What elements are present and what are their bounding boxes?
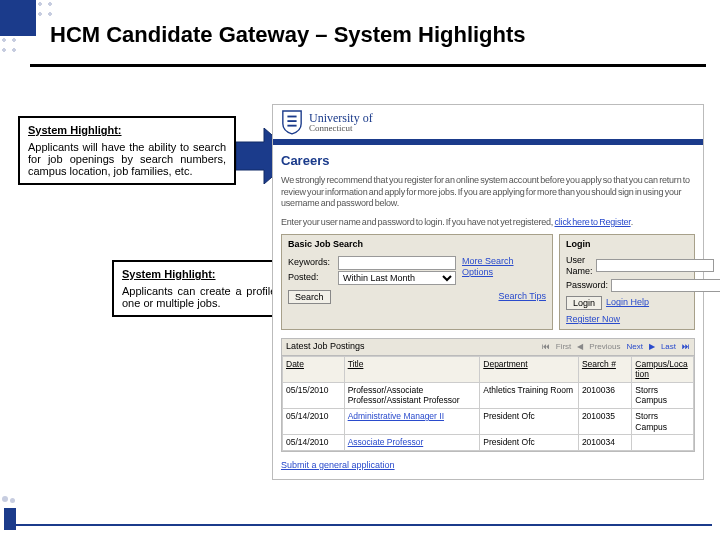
brand-bar: University of Connecticut <box>273 105 703 139</box>
brand-blue-bar <box>273 139 703 145</box>
password-label: Password: <box>566 280 608 291</box>
pager-last[interactable]: Last <box>661 342 676 352</box>
login-panel-title: Login <box>566 239 688 250</box>
cell-search: 2010036 <box>578 382 631 408</box>
careers-heading: Careers <box>273 149 703 173</box>
table-row: 05/15/2010Professor/Associate Professor/… <box>283 382 694 408</box>
password-input[interactable] <box>611 279 720 292</box>
more-options-link[interactable]: More Search Options <box>462 256 546 279</box>
slide-title: HCM Candidate Gateway – System Highlight… <box>50 22 526 48</box>
table-row: 05/14/2010Associate ProfessorPresident O… <box>283 435 694 451</box>
basic-job-search-panel: Basic Job Search Keywords: Posted: Withi… <box>281 234 553 330</box>
login-panel: Login User Name: Password: Login Login H… <box>559 234 695 330</box>
pager-next-icon[interactable]: ▶ <box>649 342 655 352</box>
pager-prev-icon[interactable]: ◀ <box>577 342 583 352</box>
embedded-screenshot: University of Connecticut Careers We str… <box>272 104 704 480</box>
posted-select[interactable]: Within Last Month <box>338 271 456 285</box>
cell-date: 05/15/2010 <box>283 382 345 408</box>
cell-loc: Storrs Campus <box>632 409 694 435</box>
col-date-header[interactable]: Date <box>283 356 345 382</box>
table-header-row: Date Title Department Search # Campus/Lo… <box>283 356 694 382</box>
job-title-link[interactable]: Administrative Manager II <box>348 411 444 421</box>
keywords-label: Keywords: <box>288 257 334 268</box>
col-title-header[interactable]: Title <box>344 356 480 382</box>
svg-rect-0 <box>287 116 296 118</box>
pager: ⏮ First ◀ Previous Next ▶ Last ⏭ <box>542 342 690 352</box>
intro-paragraph-1: We strongly recommend that you register … <box>273 173 703 215</box>
keywords-input[interactable] <box>338 256 456 270</box>
cell-dept: President Ofc <box>480 435 579 451</box>
slide-corner-decoration <box>0 0 36 36</box>
cell-search: 2010035 <box>578 409 631 435</box>
username-label: User Name: <box>566 255 593 278</box>
username-input[interactable] <box>596 259 714 272</box>
cell-loc <box>632 435 694 451</box>
cell-search: 2010034 <box>578 435 631 451</box>
latest-postings-panel: Latest Job Postings ⏮ First ◀ Previous N… <box>281 338 695 452</box>
pager-first[interactable]: First <box>556 342 572 352</box>
cell-title: Professor/Associate Professor/Assistant … <box>344 382 480 408</box>
svg-rect-2 <box>287 125 296 127</box>
cell-date: 05/14/2010 <box>283 435 345 451</box>
brand-line1: University of <box>309 112 373 124</box>
search-panel-title: Basic Job Search <box>288 239 546 250</box>
svg-rect-1 <box>287 120 296 122</box>
cell-dept: Athletics Training Room <box>480 382 579 408</box>
postings-table: Date Title Department Search # Campus/Lo… <box>282 356 694 451</box>
cell-dept: President Ofc <box>480 409 579 435</box>
search-tips-link[interactable]: Search Tips <box>498 291 546 302</box>
callout-heading: System Highlight: <box>28 124 226 136</box>
brand-line2: Connecticut <box>309 124 373 133</box>
table-row: 05/14/2010Administrative Manager IIPresi… <box>283 409 694 435</box>
submit-general-application-link[interactable]: Submit a general application <box>281 460 395 470</box>
pager-next[interactable]: Next <box>626 342 642 352</box>
pager-first-icon[interactable]: ⏮ <box>542 342 550 352</box>
posted-label: Posted: <box>288 272 334 283</box>
callout-body: Applicants will have the ability to sear… <box>28 141 226 177</box>
pager-last-icon[interactable]: ⏭ <box>682 342 690 352</box>
slide-footer-decoration <box>4 508 16 530</box>
cell-loc: Storrs Campus <box>632 382 694 408</box>
register-link[interactable]: click here to Register <box>554 217 630 227</box>
slide-footer-rule <box>16 524 712 526</box>
login-button[interactable]: Login <box>566 296 602 310</box>
login-help-link[interactable]: Login Help <box>606 297 649 308</box>
cell-title[interactable]: Administrative Manager II <box>344 409 480 435</box>
intro-text: Enter your user name and password to log… <box>281 217 554 227</box>
postings-title: Latest Job Postings <box>286 341 365 352</box>
cell-title[interactable]: Associate Professor <box>344 435 480 451</box>
job-title-link[interactable]: Associate Professor <box>348 437 424 447</box>
university-shield-icon <box>281 109 303 135</box>
col-dept-header[interactable]: Department <box>480 356 579 382</box>
col-loc-header[interactable]: Campus/Location <box>632 356 694 382</box>
cell-date: 05/14/2010 <box>283 409 345 435</box>
callout-box-1: System Highlight: Applicants will have t… <box>18 116 236 185</box>
col-search-header[interactable]: Search # <box>578 356 631 382</box>
search-button[interactable]: Search <box>288 290 331 304</box>
title-underline <box>30 64 706 67</box>
register-now-link[interactable]: Register Now <box>566 314 620 325</box>
pager-prev[interactable]: Previous <box>589 342 620 352</box>
intro-paragraph-2: Enter your user name and password to log… <box>273 215 703 234</box>
